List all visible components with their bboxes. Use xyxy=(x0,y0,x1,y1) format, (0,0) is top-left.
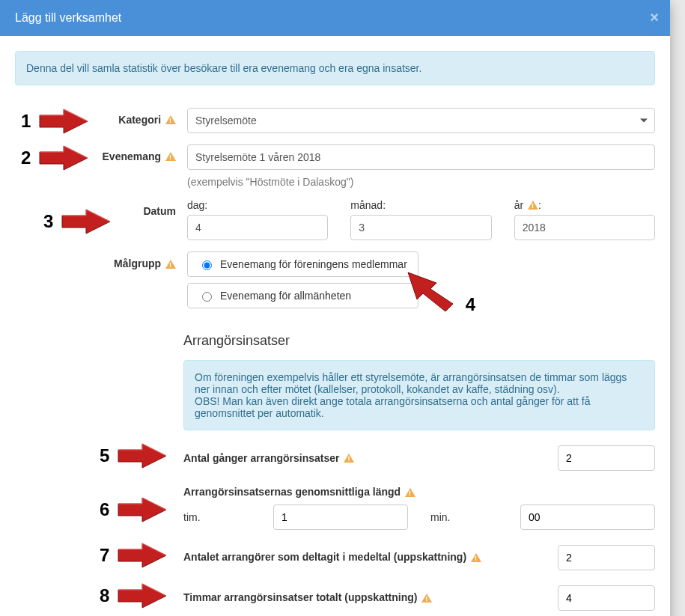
row-evenemang: 2 Evenemang (exempelvis "Höstmöte i Dala… xyxy=(15,144,655,188)
warning-icon xyxy=(471,553,481,564)
modal: Lägg till verksamhet × Denna del vill sa… xyxy=(0,0,670,616)
tim-input[interactable] xyxy=(273,504,408,530)
warning-icon xyxy=(405,488,415,498)
close-icon[interactable]: × xyxy=(650,9,659,26)
evenemang-label: Evenemang xyxy=(103,150,162,162)
row-section: Arrangörsinsatser Om föreningen exempelv… xyxy=(15,318,655,614)
warning-icon xyxy=(165,152,176,162)
dag-input[interactable] xyxy=(187,215,328,240)
manad-input[interactable] xyxy=(350,215,491,240)
kategori-label: Kategori xyxy=(118,114,161,126)
timmar-totalt-input[interactable] xyxy=(558,585,655,611)
min-input[interactable] xyxy=(520,504,655,530)
evenemang-hint: (exempelvis "Höstmöte i Dalaskog") xyxy=(187,176,655,188)
row-malgrupp: Målgrupp Evenemang för föreningens medle… xyxy=(15,251,655,314)
modal-header: Lägg till verksamhet × xyxy=(0,0,670,36)
row-length: 6 Arrangörsinsatsernas genomsnittliga lä… xyxy=(183,486,655,529)
antal-ganger-input[interactable] xyxy=(558,445,655,471)
antal-arr-input[interactable] xyxy=(558,545,655,570)
intro-alert: Denna del vill samla statistik över besö… xyxy=(15,51,655,85)
warning-icon xyxy=(344,454,354,464)
malgrupp-opt2-label: Evenemang för allmänheten xyxy=(220,290,351,302)
kategori-select[interactable] xyxy=(187,108,655,133)
antal-arr-label: Antalet arrangörer som deltagit i medelt… xyxy=(183,551,466,563)
malgrupp-option-public[interactable]: Evenemang för allmänheten xyxy=(187,283,418,308)
antal-ganger-label: Antal gånger arrangörsinsatser xyxy=(183,452,340,464)
annotation-4: 4 xyxy=(466,294,475,315)
modal-title: Lägg till verksamhet xyxy=(15,11,121,24)
malgrupp-label: Målgrupp xyxy=(114,257,161,269)
radio-members[interactable] xyxy=(202,260,212,270)
section-info: Om föreningen exempelvis håller ett styr… xyxy=(183,360,655,430)
ar-colon: : xyxy=(538,199,541,211)
row-antal-arrangorer: 7 Antalet arrangörer som deltagit i mede… xyxy=(183,545,655,570)
min-label: min. xyxy=(430,511,505,523)
ar-input[interactable] xyxy=(514,215,655,240)
tim-label: tim. xyxy=(183,511,258,523)
timmar-totalt-label: Timmar arrangörsinsatser totalt (uppskat… xyxy=(183,591,417,603)
row-timmar-totalt: 8 Timmar arrangörsinsatser totalt (uppsk… xyxy=(183,585,655,611)
warning-icon xyxy=(165,260,176,270)
row-datum: 3 Datum dag: månad: xyxy=(15,199,655,240)
malgrupp-option-members[interactable]: Evenemang för föreningens medlemmar xyxy=(187,251,418,277)
modal-body: Denna del vill samla statistik över besö… xyxy=(0,36,670,616)
evenemang-input[interactable] xyxy=(187,144,655,170)
manad-label: månad: xyxy=(350,199,491,211)
malgrupp-opt1-label: Evenemang för föreningens medlemmar xyxy=(220,258,407,270)
row-kategori: 1 Kategori xyxy=(15,108,655,133)
row-antal-ganger: 5 Antal gånger arrangörsinsatser xyxy=(183,445,655,471)
dag-label: dag: xyxy=(187,199,328,211)
warning-icon xyxy=(421,594,432,604)
section-title: Arrangörsinsatser xyxy=(183,333,655,349)
radio-public[interactable] xyxy=(202,292,212,302)
ar-label: år xyxy=(514,199,523,211)
warning-icon xyxy=(165,115,176,126)
length-label: Arrangörsinsatsernas genomsnittliga läng… xyxy=(183,486,401,498)
datum-label: Datum xyxy=(143,205,176,217)
warning-icon xyxy=(528,201,538,211)
